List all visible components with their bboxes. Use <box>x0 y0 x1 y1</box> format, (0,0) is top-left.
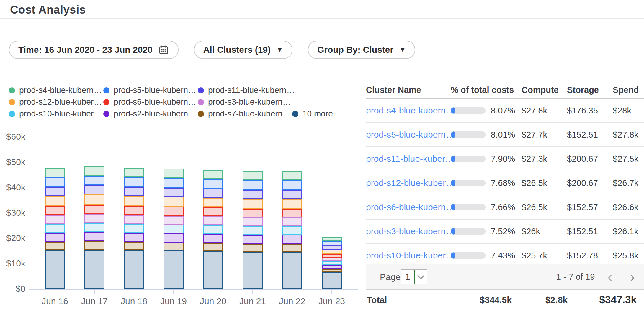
bar-segment[interactable] <box>203 198 223 207</box>
bar-segment[interactable] <box>84 176 104 186</box>
cluster-name-link[interactable]: prod-s4-blue-kubern… <box>366 105 455 115</box>
bar-segment[interactable] <box>243 244 263 252</box>
bar-segment[interactable] <box>203 170 223 179</box>
bar-segment[interactable] <box>282 171 302 180</box>
bar-segment[interactable] <box>164 197 184 207</box>
bar-segment[interactable] <box>124 242 144 250</box>
bar-segment[interactable] <box>203 234 223 243</box>
bar-segment[interactable] <box>45 250 65 289</box>
cluster-name-link[interactable]: prod-s12-blue-kuber… <box>366 178 455 188</box>
bar-segment[interactable] <box>164 243 184 251</box>
bar-segment[interactable] <box>164 188 184 197</box>
cluster-name-link[interactable]: prod-s10-blue-kuber… <box>366 250 455 260</box>
bar-segment[interactable] <box>164 225 184 233</box>
bar-segment[interactable] <box>203 243 223 251</box>
bar-segment[interactable] <box>282 209 302 217</box>
time-range-filter[interactable]: Time: 16 Jun 2020 - 23 Jun 2020 <box>9 41 179 59</box>
bar-segment[interactable] <box>164 216 184 225</box>
bar-segment[interactable] <box>203 225 223 234</box>
bar-segment[interactable] <box>322 258 342 261</box>
bar-segment[interactable] <box>203 251 223 289</box>
bar-segment[interactable] <box>322 272 342 289</box>
bar-segment[interactable] <box>45 177 65 187</box>
group-by-dropdown[interactable]: Group By: Cluster ▼ <box>308 41 415 59</box>
cluster-name-link[interactable]: prod-s3-blue-kubern… <box>366 226 455 236</box>
bar-segment[interactable] <box>243 171 263 180</box>
bar-segment[interactable] <box>45 242 65 250</box>
bar-segment[interactable] <box>45 168 65 177</box>
bar-segment[interactable] <box>45 233 65 242</box>
bar-segment[interactable] <box>84 250 104 289</box>
bar-segment[interactable] <box>282 226 302 235</box>
bar-segment[interactable] <box>124 168 144 177</box>
legend-item[interactable]: 10 more <box>292 110 333 118</box>
stacked-bar[interactable] <box>124 168 144 289</box>
bar-segment[interactable] <box>203 179 223 189</box>
legend-item[interactable]: prod-s7-blue-kubern… <box>198 110 292 118</box>
bar-segment[interactable] <box>243 235 263 244</box>
prev-page-button[interactable]: ‹ <box>607 268 612 286</box>
stacked-bar[interactable] <box>84 166 104 289</box>
bar-segment[interactable] <box>322 261 342 265</box>
bar-segment[interactable] <box>322 269 342 272</box>
bar-segment[interactable] <box>124 187 144 196</box>
stacked-bar[interactable] <box>164 169 184 289</box>
bar-segment[interactable] <box>243 199 263 209</box>
legend-item[interactable]: prod-s6-blue-kubern… <box>103 98 198 106</box>
bar-segment[interactable] <box>45 187 65 196</box>
legend-item[interactable]: prod-s11-blue-kubern… <box>198 86 292 94</box>
bar-segment[interactable] <box>164 233 184 243</box>
bar-segment[interactable] <box>282 217 302 226</box>
bar-segment[interactable] <box>164 178 184 188</box>
bar-segment[interactable] <box>124 250 144 289</box>
bar-segment[interactable] <box>84 232 104 242</box>
bar-segment[interactable] <box>203 207 223 216</box>
bar-segment[interactable] <box>124 196 144 206</box>
bar-segment[interactable] <box>282 199 302 209</box>
legend-item[interactable]: prod-s4-blue-kubern… <box>9 86 103 94</box>
bar-segment[interactable] <box>45 224 65 233</box>
stacked-bar[interactable] <box>243 171 263 289</box>
next-page-button[interactable]: › <box>630 268 635 286</box>
bar-segment[interactable] <box>84 185 104 194</box>
bar-segment[interactable] <box>243 252 263 289</box>
bar-segment[interactable] <box>164 250 184 289</box>
bar-segment[interactable] <box>124 224 144 233</box>
legend-item[interactable]: prod-s12-blue-kuber… <box>9 98 103 106</box>
bar-segment[interactable] <box>124 177 144 187</box>
stacked-bar[interactable] <box>282 171 302 289</box>
bar-segment[interactable] <box>45 206 65 215</box>
cluster-name-link[interactable]: prod-s5-blue-kubern… <box>366 130 455 139</box>
bar-segment[interactable] <box>164 207 184 216</box>
bar-segment[interactable] <box>322 254 342 258</box>
bar-segment[interactable] <box>124 233 144 242</box>
bar-segment[interactable] <box>282 190 302 199</box>
bar-segment[interactable] <box>243 180 263 190</box>
cluster-name-link[interactable]: prod-s6-blue-kubern… <box>366 202 455 212</box>
bar-segment[interactable] <box>84 166 104 176</box>
bar-segment[interactable] <box>322 241 342 245</box>
legend-item[interactable]: prod-s3-blue-kubern… <box>198 98 292 106</box>
bar-segment[interactable] <box>45 196 65 206</box>
bar-segment[interactable] <box>282 180 302 190</box>
bar-segment[interactable] <box>243 217 263 226</box>
bar-segment[interactable] <box>84 214 104 223</box>
bar-segment[interactable] <box>45 215 65 224</box>
bar-segment[interactable] <box>322 245 342 250</box>
bar-segment[interactable] <box>203 189 223 197</box>
bar-segment[interactable] <box>243 209 263 217</box>
bar-segment[interactable] <box>243 226 263 235</box>
bar-segment[interactable] <box>84 205 104 214</box>
bar-segment[interactable] <box>84 194 104 205</box>
clusters-filter-dropdown[interactable]: All Clusters (19) ▼ <box>194 41 292 59</box>
stacked-bar[interactable] <box>203 170 223 289</box>
page-select[interactable]: 1 <box>401 269 427 284</box>
bar-segment[interactable] <box>124 215 144 224</box>
stacked-bar[interactable] <box>45 168 65 289</box>
bar-segment[interactable] <box>243 190 263 199</box>
stacked-bar[interactable] <box>322 237 342 289</box>
legend-item[interactable]: prod-s5-blue-kubern… <box>103 86 198 94</box>
bar-segment[interactable] <box>84 223 104 232</box>
bar-segment[interactable] <box>84 241 104 250</box>
bar-segment[interactable] <box>203 216 223 225</box>
